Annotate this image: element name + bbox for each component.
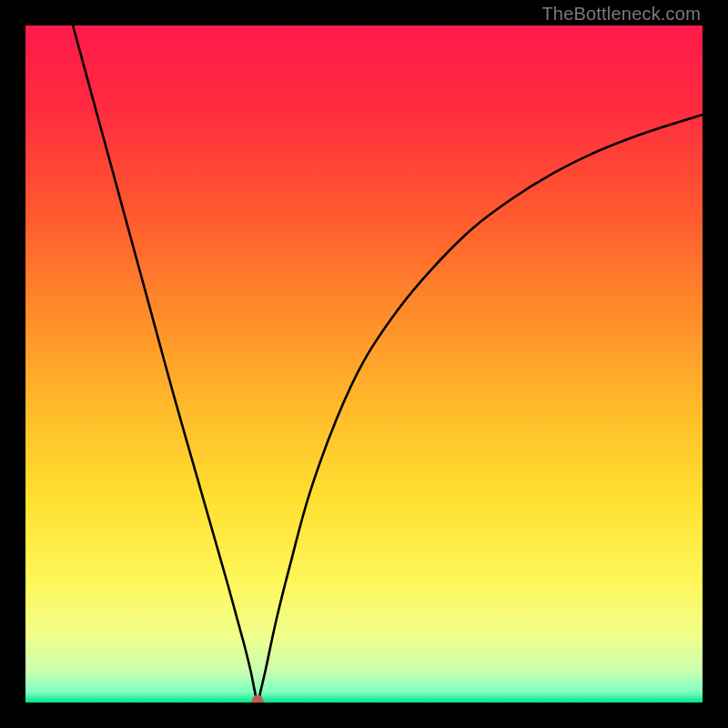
curve-layer [25, 25, 703, 703]
optimum-marker [251, 695, 263, 703]
watermark-text: TheBottleneck.com [541, 4, 701, 25]
chart-frame: TheBottleneck.com [0, 0, 728, 728]
plot-area [25, 25, 703, 703]
bottleneck-curve [73, 25, 703, 703]
